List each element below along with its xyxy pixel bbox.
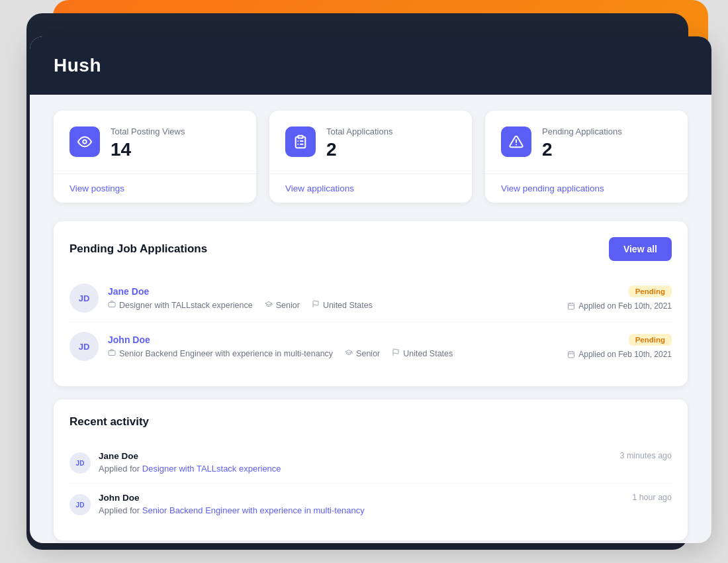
stat-card-posting-views: Total Posting Views 14 View postings: [54, 111, 256, 203]
activity-avatar: JD: [69, 494, 91, 515]
stat-icon-posting-views: [69, 127, 100, 157]
stat-icon-pending-applications: [501, 127, 531, 157]
application-row: JD Jane Doe Designer with TALLstack expe…: [69, 274, 672, 323]
outer-wrapper: Hush Total Posting Vie: [0, 0, 728, 563]
app-details: John Doe Senior Backend Engineer with ex…: [108, 334, 558, 358]
meta-location: United States: [392, 348, 453, 358]
svg-rect-1: [298, 136, 302, 138]
stat-label-2: Total Applications: [326, 127, 392, 136]
activity-time: 1 hour ago: [632, 493, 672, 502]
briefcase-icon: [108, 300, 116, 310]
svg-rect-12: [569, 352, 574, 358]
applied-date: Applied on Feb 10th, 2021: [567, 301, 672, 311]
view-pending-applications-link[interactable]: View pending applications: [501, 174, 672, 203]
applicant-name[interactable]: Jane Doe: [108, 286, 558, 297]
app-title: Hush: [54, 55, 688, 76]
main-card: Hush Total Posting Vie: [30, 36, 711, 543]
meta-level: Senior: [265, 300, 300, 310]
activity-name: John Doe: [99, 493, 624, 503]
meta-level: Senior: [345, 348, 380, 358]
stat-info-3: Pending Applications 2: [542, 127, 622, 160]
meta-location: United States: [312, 300, 373, 310]
app-details: Jane Doe Designer with TALLstack experie…: [108, 286, 558, 310]
stat-info-1: Total Posting Views 14: [111, 127, 185, 160]
flag-icon: [392, 348, 400, 358]
app-meta: Senior Backend Engineer with experience …: [108, 348, 558, 358]
stat-top-2: Total Applications 2: [285, 127, 456, 160]
status-badge: Pending: [629, 285, 672, 297]
view-applications-link[interactable]: View applications: [285, 174, 456, 203]
app-meta: Designer with TALLstack experience Senio…: [108, 300, 558, 310]
stat-icon-total-applications: [285, 127, 316, 157]
pending-applications-section: Pending Job Applications View all JD Jan…: [54, 221, 688, 386]
view-all-button[interactable]: View all: [609, 237, 672, 261]
graduation-icon: [345, 348, 353, 358]
header: Hush: [30, 36, 711, 95]
activity-time: 3 minutes ago: [619, 451, 672, 460]
pending-section-header: Pending Job Applications View all: [69, 237, 672, 261]
activity-description: Applied for Designer with TALLstack expe…: [99, 464, 612, 474]
stat-value-1: 14: [111, 139, 185, 160]
app-right: Pending Applied on Feb 10th, 2021: [567, 285, 672, 311]
activity-section-header: Recent activity: [69, 415, 672, 429]
briefcase-icon: [108, 348, 116, 358]
activity-content: John Doe Applied for Senior Backend Engi…: [99, 493, 624, 515]
meta-job-title: Senior Backend Engineer with experience …: [108, 348, 333, 358]
avatar: JD: [69, 283, 99, 313]
activity-avatar: JD: [69, 452, 91, 474]
content-area: Total Posting Views 14 View postings: [30, 95, 711, 543]
stat-value-2: 2: [326, 139, 392, 160]
stat-label-3: Pending Applications: [542, 127, 622, 136]
app-right: Pending Applied on Feb 10th, 2021: [567, 334, 672, 359]
application-row: JD John Doe Senior Backend Engineer with…: [69, 323, 672, 370]
svg-rect-4: [109, 303, 115, 307]
status-badge: Pending: [629, 334, 672, 346]
stat-top-1: Total Posting Views 14: [69, 127, 240, 160]
pending-section-title: Pending Job Applications: [69, 242, 207, 256]
activity-section-title: Recent activity: [69, 415, 149, 429]
view-postings-link[interactable]: View postings: [69, 174, 240, 203]
avatar: JD: [69, 332, 99, 361]
applied-date: Applied on Feb 10th, 2021: [567, 350, 672, 359]
flag-icon: [312, 300, 320, 310]
stat-card-pending-applications: Pending Applications 2 View pending appl…: [485, 111, 688, 203]
stat-card-total-applications: Total Applications 2 View applications: [269, 111, 472, 203]
activity-description: Applied for Senior Backend Engineer with…: [99, 505, 624, 515]
recent-activity-section: Recent activity JD Jane Doe Applied for …: [54, 399, 688, 540]
activity-name: Jane Doe: [99, 451, 612, 461]
stat-top-3: Pending Applications 2: [501, 127, 672, 160]
activity-job-link[interactable]: Designer with TALLstack experience: [142, 464, 281, 474]
activity-content: Jane Doe Applied for Designer with TALLs…: [99, 451, 612, 474]
applicant-name[interactable]: John Doe: [108, 334, 558, 345]
activity-row: JD Jane Doe Applied for Designer with TA…: [69, 442, 672, 484]
svg-point-0: [83, 140, 87, 144]
stat-info-2: Total Applications 2: [326, 127, 392, 160]
meta-job-title: Designer with TALLstack experience: [108, 300, 253, 310]
activity-row: JD John Doe Applied for Senior Backend E…: [69, 484, 672, 525]
svg-rect-10: [109, 351, 115, 356]
activity-job-link[interactable]: Senior Backend Engineer with experience …: [142, 505, 365, 515]
stat-value-3: 2: [542, 139, 622, 160]
svg-rect-6: [569, 303, 574, 309]
stats-row: Total Posting Views 14 View postings: [54, 111, 688, 203]
graduation-icon: [265, 300, 273, 310]
stat-label-1: Total Posting Views: [111, 127, 185, 136]
